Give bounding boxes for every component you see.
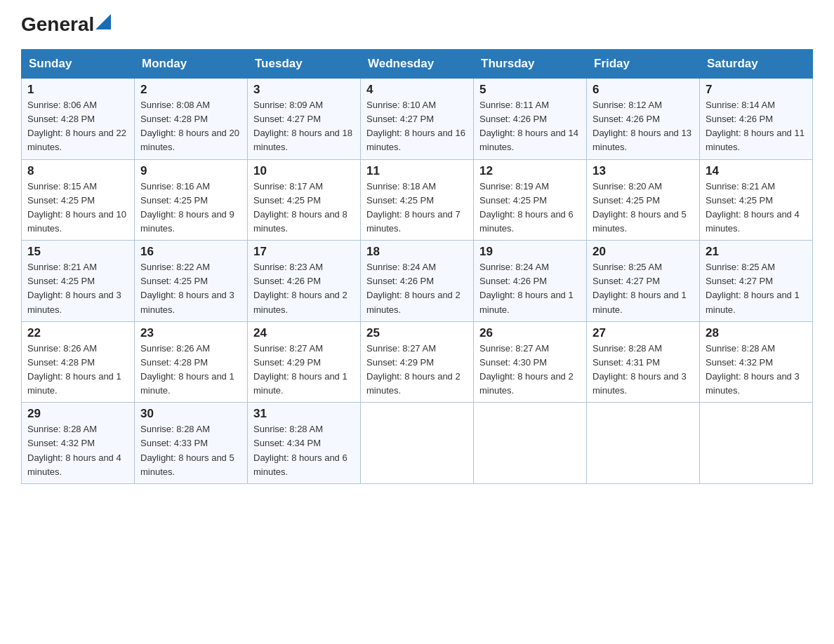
day-cell: 9Sunrise: 8:16 AMSunset: 4:25 PMDaylight… <box>135 159 248 241</box>
day-number: 25 <box>366 326 468 340</box>
day-info: Sunrise: 8:22 AMSunset: 4:25 PMDaylight:… <box>140 260 241 317</box>
day-number: 12 <box>479 164 581 178</box>
day-cell: 5Sunrise: 8:11 AMSunset: 4:26 PMDaylight… <box>474 79 587 160</box>
day-info: Sunrise: 8:14 AMSunset: 4:26 PMDaylight:… <box>706 98 807 155</box>
day-number: 22 <box>27 326 128 340</box>
day-cell: 13Sunrise: 8:20 AMSunset: 4:25 PMDayligh… <box>587 159 700 241</box>
day-info: Sunrise: 8:24 AMSunset: 4:26 PMDaylight:… <box>366 260 468 317</box>
day-info: Sunrise: 8:09 AMSunset: 4:27 PMDaylight:… <box>253 98 355 155</box>
day-cell: 24Sunrise: 8:27 AMSunset: 4:29 PMDayligh… <box>248 321 361 403</box>
day-number: 24 <box>253 326 355 340</box>
day-number: 20 <box>593 245 694 259</box>
week-row-2: 8Sunrise: 8:15 AMSunset: 4:25 PMDaylight… <box>22 159 813 241</box>
day-info: Sunrise: 8:17 AMSunset: 4:25 PMDaylight:… <box>253 180 355 236</box>
header-tuesday: Tuesday <box>248 50 361 79</box>
svg-marker-0 <box>95 14 111 29</box>
day-cell: 11Sunrise: 8:18 AMSunset: 4:25 PMDayligh… <box>361 159 474 241</box>
day-cell: 6Sunrise: 8:12 AMSunset: 4:26 PMDaylight… <box>587 79 700 160</box>
day-number: 2 <box>140 83 241 97</box>
day-info: Sunrise: 8:21 AMSunset: 4:25 PMDaylight:… <box>27 260 128 317</box>
day-info: Sunrise: 8:12 AMSunset: 4:26 PMDaylight:… <box>593 98 694 155</box>
day-info: Sunrise: 8:25 AMSunset: 4:27 PMDaylight:… <box>593 260 694 317</box>
day-cell <box>587 403 700 484</box>
header-saturday: Saturday <box>700 50 813 79</box>
day-number: 14 <box>706 164 807 178</box>
day-cell: 12Sunrise: 8:19 AMSunset: 4:25 PMDayligh… <box>474 159 587 241</box>
day-cell: 23Sunrise: 8:26 AMSunset: 4:28 PMDayligh… <box>135 321 248 403</box>
day-cell: 17Sunrise: 8:23 AMSunset: 4:26 PMDayligh… <box>248 241 361 322</box>
day-number: 13 <box>593 164 694 178</box>
day-info: Sunrise: 8:28 AMSunset: 4:34 PMDaylight:… <box>253 422 355 479</box>
day-cell: 29Sunrise: 8:28 AMSunset: 4:32 PMDayligh… <box>22 403 135 484</box>
day-cell: 26Sunrise: 8:27 AMSunset: 4:30 PMDayligh… <box>474 321 587 403</box>
day-info: Sunrise: 8:27 AMSunset: 4:29 PMDaylight:… <box>253 342 355 398</box>
day-number: 6 <box>593 83 694 97</box>
day-cell: 2Sunrise: 8:08 AMSunset: 4:28 PMDaylight… <box>135 79 248 160</box>
logo-triangle-icon <box>95 14 111 29</box>
day-number: 8 <box>27 164 128 178</box>
calendar-header-row: SundayMondayTuesdayWednesdayThursdayFrid… <box>22 50 813 79</box>
day-info: Sunrise: 8:23 AMSunset: 4:26 PMDaylight:… <box>253 260 355 317</box>
day-cell: 3Sunrise: 8:09 AMSunset: 4:27 PMDaylight… <box>248 79 361 160</box>
header-wednesday: Wednesday <box>361 50 474 79</box>
day-cell: 4Sunrise: 8:10 AMSunset: 4:27 PMDaylight… <box>361 79 474 160</box>
day-cell <box>361 403 474 484</box>
day-cell: 16Sunrise: 8:22 AMSunset: 4:25 PMDayligh… <box>135 241 248 322</box>
day-cell: 21Sunrise: 8:25 AMSunset: 4:27 PMDayligh… <box>700 241 813 322</box>
day-number: 3 <box>253 83 355 97</box>
day-cell: 20Sunrise: 8:25 AMSunset: 4:27 PMDayligh… <box>587 241 700 322</box>
week-row-1: 1Sunrise: 8:06 AMSunset: 4:28 PMDaylight… <box>22 79 813 160</box>
day-cell <box>474 403 587 484</box>
day-cell: 18Sunrise: 8:24 AMSunset: 4:26 PMDayligh… <box>361 241 474 322</box>
day-number: 30 <box>140 407 241 421</box>
day-info: Sunrise: 8:28 AMSunset: 4:31 PMDaylight:… <box>593 342 694 398</box>
day-number: 10 <box>253 164 355 178</box>
day-info: Sunrise: 8:16 AMSunset: 4:25 PMDaylight:… <box>140 180 241 236</box>
day-info: Sunrise: 8:10 AMSunset: 4:27 PMDaylight:… <box>366 98 468 155</box>
day-cell <box>700 403 813 484</box>
day-number: 23 <box>140 326 241 340</box>
day-number: 28 <box>706 326 807 340</box>
day-info: Sunrise: 8:08 AMSunset: 4:28 PMDaylight:… <box>140 98 241 155</box>
day-cell: 30Sunrise: 8:28 AMSunset: 4:33 PMDayligh… <box>135 403 248 484</box>
day-number: 18 <box>366 245 468 259</box>
day-cell: 7Sunrise: 8:14 AMSunset: 4:26 PMDaylight… <box>700 79 813 160</box>
day-info: Sunrise: 8:15 AMSunset: 4:25 PMDaylight:… <box>27 180 128 236</box>
logo-general: General <box>21 15 94 34</box>
day-cell: 19Sunrise: 8:24 AMSunset: 4:26 PMDayligh… <box>474 241 587 322</box>
day-info: Sunrise: 8:28 AMSunset: 4:32 PMDaylight:… <box>706 342 807 398</box>
day-cell: 14Sunrise: 8:21 AMSunset: 4:25 PMDayligh… <box>700 159 813 241</box>
header-friday: Friday <box>587 50 700 79</box>
day-cell: 15Sunrise: 8:21 AMSunset: 4:25 PMDayligh… <box>22 241 135 322</box>
week-row-4: 22Sunrise: 8:26 AMSunset: 4:28 PMDayligh… <box>22 321 813 403</box>
day-number: 4 <box>366 83 468 97</box>
day-cell: 1Sunrise: 8:06 AMSunset: 4:28 PMDaylight… <box>22 79 135 160</box>
day-info: Sunrise: 8:26 AMSunset: 4:28 PMDaylight:… <box>140 342 241 398</box>
day-info: Sunrise: 8:25 AMSunset: 4:27 PMDaylight:… <box>706 260 807 317</box>
day-number: 29 <box>27 407 128 421</box>
day-info: Sunrise: 8:21 AMSunset: 4:25 PMDaylight:… <box>706 180 807 236</box>
header-thursday: Thursday <box>474 50 587 79</box>
header-monday: Monday <box>135 50 248 79</box>
day-info: Sunrise: 8:06 AMSunset: 4:28 PMDaylight:… <box>27 98 128 155</box>
day-info: Sunrise: 8:11 AMSunset: 4:26 PMDaylight:… <box>479 98 581 155</box>
page-header: General <box>21 14 813 35</box>
day-info: Sunrise: 8:27 AMSunset: 4:29 PMDaylight:… <box>366 342 468 398</box>
day-info: Sunrise: 8:26 AMSunset: 4:28 PMDaylight:… <box>27 342 128 398</box>
calendar-table: SundayMondayTuesdayWednesdayThursdayFrid… <box>21 49 813 484</box>
day-number: 17 <box>253 245 355 259</box>
logo: General <box>21 14 111 35</box>
day-number: 26 <box>479 326 581 340</box>
day-info: Sunrise: 8:28 AMSunset: 4:33 PMDaylight:… <box>140 422 241 479</box>
day-cell: 27Sunrise: 8:28 AMSunset: 4:31 PMDayligh… <box>587 321 700 403</box>
day-cell: 8Sunrise: 8:15 AMSunset: 4:25 PMDaylight… <box>22 159 135 241</box>
day-cell: 22Sunrise: 8:26 AMSunset: 4:28 PMDayligh… <box>22 321 135 403</box>
day-info: Sunrise: 8:27 AMSunset: 4:30 PMDaylight:… <box>479 342 581 398</box>
day-info: Sunrise: 8:18 AMSunset: 4:25 PMDaylight:… <box>366 180 468 236</box>
day-number: 21 <box>706 245 807 259</box>
day-info: Sunrise: 8:24 AMSunset: 4:26 PMDaylight:… <box>479 260 581 317</box>
day-cell: 10Sunrise: 8:17 AMSunset: 4:25 PMDayligh… <box>248 159 361 241</box>
day-number: 15 <box>27 245 128 259</box>
day-number: 27 <box>593 326 694 340</box>
week-row-3: 15Sunrise: 8:21 AMSunset: 4:25 PMDayligh… <box>22 241 813 322</box>
